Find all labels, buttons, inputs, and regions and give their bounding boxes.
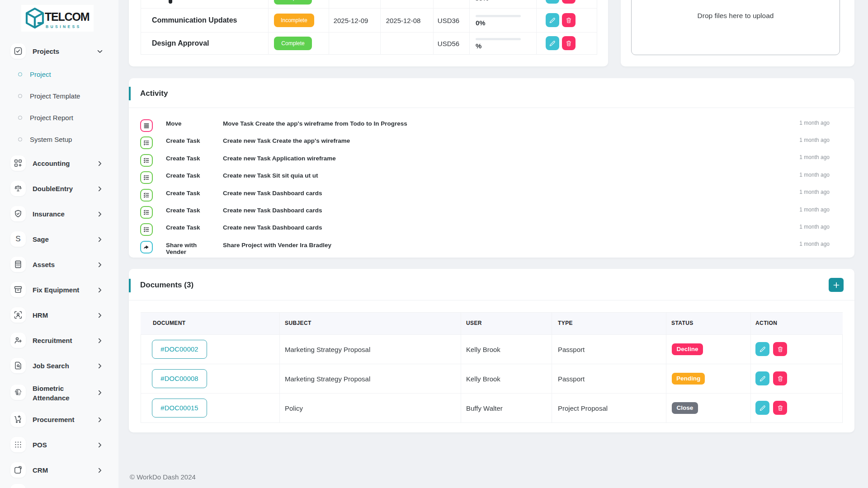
- svg-text:BUSINESS: BUSINESS: [46, 24, 81, 29]
- svg-text:TELCOM: TELCOM: [45, 10, 90, 23]
